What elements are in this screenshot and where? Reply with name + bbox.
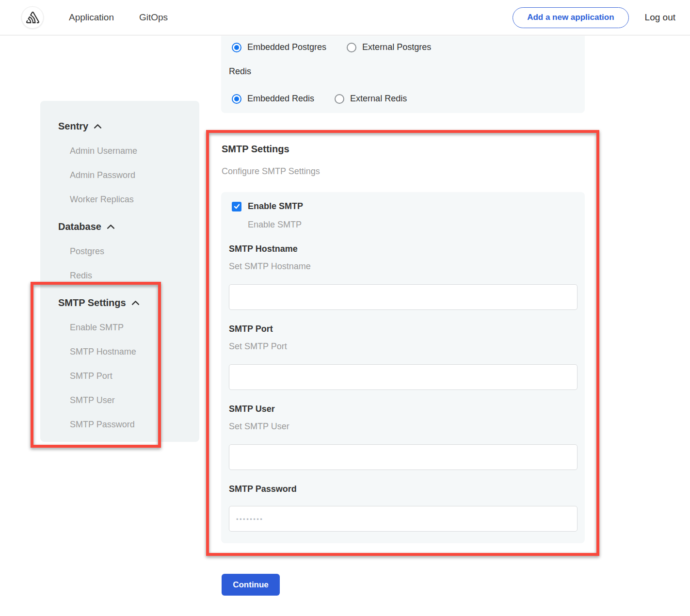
smtp-settings-title: SMTP Settings xyxy=(222,144,289,155)
config-sidebar: Sentry Admin Username Admin Password Wor… xyxy=(40,101,199,442)
smtp-user-input[interactable] xyxy=(229,444,578,470)
nav-tab-gitops[interactable]: GitOps xyxy=(139,12,168,23)
checkmark-icon xyxy=(234,204,240,209)
radio-unselected-icon[interactable] xyxy=(347,43,356,52)
radio-label: External Postgres xyxy=(362,42,431,52)
sidebar-item-worker-replicas[interactable]: Worker Replicas xyxy=(58,187,199,211)
sidebar-group-label: SMTP Settings xyxy=(58,297,126,308)
chevron-up-icon xyxy=(107,224,115,229)
smtp-port-label: SMTP Port xyxy=(229,324,578,334)
enable-smtp-label: Enable SMTP xyxy=(248,201,303,211)
smtp-password-input[interactable] xyxy=(229,506,578,532)
continue-button[interactable]: Continue xyxy=(222,574,280,596)
smtp-hostname-field-group: SMTP Hostname Set SMTP Hostname xyxy=(229,244,578,310)
sidebar-group-header-database[interactable]: Database xyxy=(58,214,199,239)
smtp-hostname-label: SMTP Hostname xyxy=(229,244,578,254)
smtp-user-helper: Set SMTP User xyxy=(229,421,578,432)
database-config-card: Embedded Postgres External Postgres Redi… xyxy=(221,36,585,113)
sidebar-item-enable-smtp[interactable]: Enable SMTP xyxy=(58,315,199,340)
radio-selected-icon[interactable] xyxy=(232,43,241,52)
sidebar-item-admin-password[interactable]: Admin Password xyxy=(58,163,199,187)
sidebar-group-label: Database xyxy=(58,221,101,232)
app-logo[interactable] xyxy=(21,6,44,29)
radio-embedded-redis[interactable]: Embedded Redis xyxy=(232,94,314,104)
enable-smtp-helper: Enable SMTP xyxy=(248,220,578,230)
sidebar-group-label: Sentry xyxy=(58,121,88,132)
sidebar-group-database: Database Postgres Redis xyxy=(58,214,199,288)
smtp-user-field-group: SMTP User Set SMTP User xyxy=(229,404,578,470)
smtp-port-helper: Set SMTP Port xyxy=(229,341,578,352)
smtp-port-field-group: SMTP Port Set SMTP Port xyxy=(229,324,578,390)
smtp-hostname-input[interactable] xyxy=(229,284,578,310)
radio-embedded-postgres[interactable]: Embedded Postgres xyxy=(232,42,326,52)
redis-group-label: Redis xyxy=(229,66,251,77)
chevron-up-icon xyxy=(94,124,102,129)
sidebar-item-smtp-hostname[interactable]: SMTP Hostname xyxy=(58,340,199,364)
nav-tab-application[interactable]: Application xyxy=(69,12,114,23)
checkbox-checked-icon[interactable] xyxy=(232,202,241,211)
top-navigation-bar: Application GitOps Add a new application… xyxy=(0,0,690,35)
radio-label: Embedded Redis xyxy=(247,94,314,104)
sidebar-item-smtp-user[interactable]: SMTP User xyxy=(58,388,199,412)
postgres-radio-group: Embedded Postgres External Postgres xyxy=(232,42,451,52)
add-new-application-button[interactable]: Add a new application xyxy=(513,7,628,28)
smtp-hostname-helper: Set SMTP Hostname xyxy=(229,261,578,272)
top-nav: Application GitOps xyxy=(69,12,168,23)
radio-external-postgres[interactable]: External Postgres xyxy=(347,42,431,52)
sidebar-group-sentry: Sentry Admin Username Admin Password Wor… xyxy=(58,113,199,211)
sidebar-item-redis[interactable]: Redis xyxy=(58,263,199,288)
radio-external-redis[interactable]: External Redis xyxy=(335,94,407,104)
smtp-password-label: SMTP Password xyxy=(229,484,578,494)
smtp-password-field-group: SMTP Password xyxy=(229,484,578,532)
smtp-port-input[interactable] xyxy=(229,364,578,390)
chevron-up-icon xyxy=(131,300,140,306)
radio-label: External Redis xyxy=(350,94,407,104)
radio-selected-icon[interactable] xyxy=(232,94,241,104)
sidebar-item-smtp-port[interactable]: SMTP Port xyxy=(58,364,199,388)
smtp-settings-form-card: Enable SMTP Enable SMTP SMTP Hostname Se… xyxy=(221,192,585,543)
sidebar-group-header-smtp-settings[interactable]: SMTP Settings xyxy=(58,290,199,315)
redis-radio-group: Embedded Redis External Redis xyxy=(232,94,427,104)
sidebar-item-postgres[interactable]: Postgres xyxy=(58,239,199,263)
page: Application GitOps Add a new application… xyxy=(0,0,690,616)
enable-smtp-checkbox-row[interactable]: Enable SMTP xyxy=(232,201,578,211)
sentry-logo-icon xyxy=(26,12,39,23)
sidebar-item-admin-username[interactable]: Admin Username xyxy=(58,139,199,163)
sidebar-group-header-sentry[interactable]: Sentry xyxy=(58,113,199,139)
radio-label: Embedded Postgres xyxy=(247,42,326,52)
sidebar-group-smtp-settings: SMTP Settings Enable SMTP SMTP Hostname … xyxy=(58,290,199,437)
sidebar-item-smtp-password[interactable]: SMTP Password xyxy=(58,412,199,437)
radio-unselected-icon[interactable] xyxy=(335,94,344,104)
smtp-user-label: SMTP User xyxy=(229,404,578,414)
logout-link[interactable]: Log out xyxy=(645,12,675,23)
smtp-settings-subtitle: Configure SMTP Settings xyxy=(222,166,320,177)
